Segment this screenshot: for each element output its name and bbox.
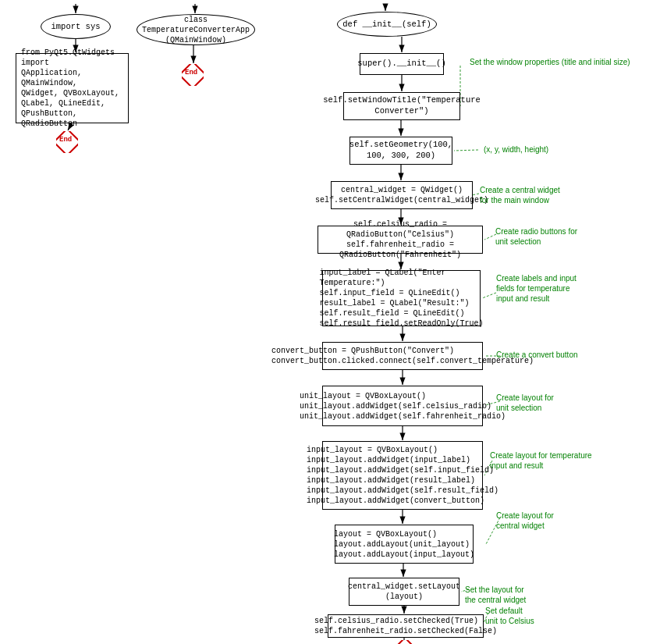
annotation-create-labels: Create labels and inputfields for temper…: [496, 273, 577, 304]
unit-layout-label: unit_layout = QVBoxLayout()unit_layout.a…: [300, 391, 506, 422]
end-node-final: [394, 640, 416, 644]
set-layout-node: central_widget.setLayout(layout): [349, 578, 459, 606]
svg-line-22: [454, 150, 478, 151]
annotation-xy-width-height: (x, y, width, height): [484, 144, 548, 155]
annotation-set-default-unit: Set defaultunit to Celsius: [485, 606, 534, 626]
set-checked-label: self.celsius_radio.setChecked(True)self.…: [314, 616, 497, 636]
set-checked-node: self.celsius_radio.setChecked(True)self.…: [328, 614, 484, 638]
input-layout-label: input_layout = QVBoxLayout()input_layout…: [307, 445, 498, 506]
end-label-1: End: [59, 136, 72, 144]
import-sys-label: import sys: [51, 22, 100, 31]
annotation-create-layout-unit: Create layout forunit selection: [496, 393, 554, 413]
layout-main-node: layout = QVBoxLayout()layout.addLayout(u…: [335, 525, 474, 564]
set-geometry-label: self.setGeometry(100,100, 300, 200): [349, 140, 452, 161]
central-widget-label: central_widget = QWidget()self.setCentra…: [315, 185, 488, 205]
unit-layout-node: unit_layout = QVBoxLayout()unit_layout.a…: [322, 386, 483, 426]
import-sys-node: import sys: [41, 14, 111, 39]
convert-button-node: convert_button = QPushButton("Convert")c…: [322, 342, 483, 370]
flowchart-diagram: import sys from PyQt5.QtWidgets importQA…: [0, 0, 667, 644]
input-layout-node: input_layout = QVBoxLayout()input_layout…: [322, 441, 483, 510]
super-init-label: super().__init__(): [357, 59, 445, 69]
annotation-set-window-props: Set the window properties (title and ini…: [470, 57, 630, 67]
set-layout-label: central_widget.setLayout(layout): [348, 582, 460, 602]
class-oval-label: class TemperatureConverterApp(QMainWindo…: [137, 15, 254, 45]
super-init-node: super().__init__(): [360, 53, 444, 75]
svg-rect-34: [394, 640, 416, 644]
class-oval-node: class TemperatureConverterApp(QMainWindo…: [137, 14, 255, 45]
set-window-title-label: self.setWindowTitle("TemperatureConverte…: [323, 95, 481, 116]
set-window-title-node: self.setWindowTitle("TemperatureConverte…: [343, 92, 460, 120]
labels-inputs-label: input_label = QLabel("Enter Temperature:…: [319, 268, 483, 329]
annotation-create-layout-input: Create layout for temperatureinput and r…: [490, 450, 592, 471]
radio-buttons-label: self.celsius_radio = QRadioButton("Celsi…: [322, 219, 478, 260]
import-pyqt5-label: from PyQt5.QtWidgets importQApplication,…: [21, 48, 123, 129]
def-init-label: def __init__(self): [342, 20, 431, 29]
annotation-create-layout-central: Create layout forcentral widget: [496, 511, 554, 531]
convert-button-label: convert_button = QPushButton("Convert")c…: [271, 346, 534, 366]
radio-buttons-node: self.celsius_radio = QRadioButton("Celsi…: [318, 226, 483, 254]
layout-main-label: layout = QVBoxLayout()layout.addLayout(u…: [334, 529, 474, 560]
central-widget-node: central_widget = QWidget()self.setCentra…: [331, 181, 473, 209]
labels-inputs-node: input_label = QLabel("Enter Temperature:…: [322, 270, 481, 326]
end-label-2: End: [185, 69, 197, 76]
set-geometry-node: self.setGeometry(100,100, 300, 200): [349, 137, 452, 165]
import-pyqt5-node: from PyQt5.QtWidgets importQApplication,…: [16, 53, 129, 123]
svg-line-24: [484, 234, 496, 240]
annotation-create-central: Create a central widgetfor the main wind…: [480, 185, 560, 205]
annotation-set-layout-central: Set the layout forthe central widget: [465, 585, 526, 605]
def-init-oval: def __init__(self): [337, 12, 437, 37]
annotation-create-radio: Create radio buttons forunit selection: [495, 226, 577, 247]
annotation-create-convert: Create a convert button: [496, 350, 578, 360]
svg-line-25: [482, 293, 496, 298]
